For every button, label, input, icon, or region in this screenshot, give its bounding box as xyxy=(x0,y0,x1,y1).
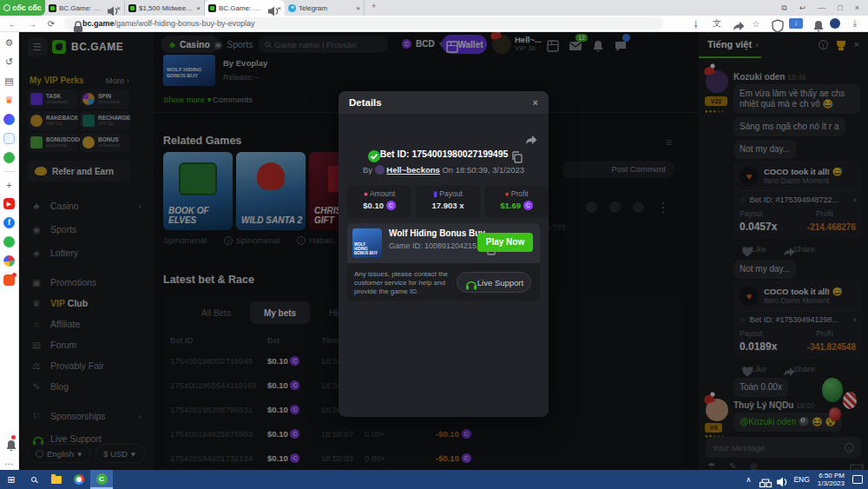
bet-id-row: Bet ID: 1754001980027199495 xyxy=(339,149,549,160)
tab-telegram[interactable]: Telegram× xyxy=(285,0,365,16)
colorful-app-icon[interactable] xyxy=(3,255,15,267)
more-icon[interactable]: … xyxy=(4,456,14,466)
game-thumb: WOLF HIDING BONUS BUY xyxy=(352,228,382,258)
tab-bcgame-2-active[interactable]: BC.Game: Crypto Casino× xyxy=(205,0,285,16)
stat-profit: ● Profit$1.69 xyxy=(484,185,549,218)
maximize-button[interactable]: □ xyxy=(838,3,842,12)
tab-close-icon[interactable]: × xyxy=(277,4,281,12)
close-window-button[interactable]: × xyxy=(855,3,859,12)
adblock-shield-icon[interactable] xyxy=(771,19,780,29)
games-icon[interactable] xyxy=(3,152,15,163)
promo-favicon xyxy=(128,4,136,12)
browser-toolbar: ← → ⟳ bc.game/game/wolf-hiding-bonus-buy… xyxy=(0,16,868,32)
coin-icon xyxy=(386,201,396,210)
modal-title: Details xyxy=(349,97,382,108)
browser-tab-bar: cốc cốc BC.Game: Crypto Casino× $1,500 M… xyxy=(0,0,868,16)
bet-details-modal: Details× Bet ID: 1754001980027199495 By … xyxy=(339,91,549,417)
translate-icon[interactable]: 文 xyxy=(711,17,723,30)
language-indicator[interactable]: ENG xyxy=(793,475,809,484)
chrome-button[interactable] xyxy=(68,470,90,489)
bet-player-row: By Hell~beckons On 18:50:39, 3/1/2023 xyxy=(339,165,549,175)
stat-amount: ● Amount$0.10 xyxy=(347,185,411,218)
chat-app-icon[interactable] xyxy=(3,236,15,248)
notification-bell-icon[interactable] xyxy=(812,19,821,29)
headset-icon xyxy=(464,278,474,287)
coin-icon xyxy=(523,201,533,210)
player-name[interactable]: Hell~beckons xyxy=(386,165,440,175)
undo-close-icon[interactable]: ↩ xyxy=(799,3,806,12)
reload-button[interactable]: ⟳ xyxy=(45,19,57,29)
newsfeed-icon[interactable] xyxy=(3,133,15,144)
play-now-button[interactable]: Play Now xyxy=(477,233,533,252)
volume-icon[interactable] xyxy=(776,475,786,485)
share-icon[interactable] xyxy=(732,19,741,29)
show-hidden-icons[interactable]: ∧ xyxy=(746,475,751,484)
download-icon[interactable]: ⤓ xyxy=(849,18,861,29)
divider xyxy=(4,171,15,172)
add-shortcut-icon[interactable]: + xyxy=(6,180,11,190)
history-icon[interactable]: ↺ xyxy=(5,56,13,68)
tab-audio-icon[interactable] xyxy=(267,4,274,11)
youtube-icon[interactable]: ▶ xyxy=(3,198,15,209)
crown-icon[interactable]: ♛ xyxy=(5,95,14,106)
taskbar-search-button[interactable] xyxy=(23,470,45,489)
tab-evoplay-promo[interactable]: $1,500 Midweek Evoplay Mu...× xyxy=(125,0,205,16)
file-explorer-button[interactable] xyxy=(45,470,68,489)
forward-button[interactable]: → xyxy=(26,19,38,29)
modal-close-icon[interactable]: × xyxy=(533,97,538,108)
support-note: Any issues, please contact the customer … xyxy=(354,270,458,296)
stat-payout: ▮ Payout17.903 x xyxy=(416,185,480,218)
download-tray-icon[interactable]: ⭳ xyxy=(690,19,702,29)
verified-icon xyxy=(367,149,378,160)
download-manager-icon[interactable]: ↓ xyxy=(789,18,803,29)
tab-bcgame-1[interactable]: BC.Game: Crypto Casino× xyxy=(45,0,125,16)
network-icon[interactable] xyxy=(759,475,768,485)
tab-close-icon[interactable]: × xyxy=(196,4,201,12)
coccoc-logo[interactable]: cốc cốc xyxy=(0,0,45,16)
telegram-favicon xyxy=(288,4,296,12)
coccoc-button[interactable]: C xyxy=(90,470,113,489)
live-support-button[interactable]: Live Support xyxy=(457,272,531,293)
back-button[interactable]: ← xyxy=(7,19,19,29)
settings-gear-icon[interactable]: ⚙ xyxy=(5,37,14,49)
bcgame-favicon xyxy=(49,4,56,12)
bookmark-star-icon[interactable]: ☆ xyxy=(750,19,762,29)
share-bet-icon[interactable] xyxy=(524,133,536,145)
bcgame-favicon xyxy=(208,4,216,12)
shopee-cart-icon[interactable] xyxy=(3,274,15,286)
bcgame-page: ☰ BC.GAME My VIP Perks More › TASKunlock… xyxy=(19,32,868,470)
start-button[interactable]: ⊞ xyxy=(0,474,23,486)
lock-icon xyxy=(71,20,79,28)
browser-side-rail: ⚙ ↺ ▤ ♛ + ▶ f … xyxy=(0,32,19,470)
reading-list-icon[interactable]: ▤ xyxy=(4,76,13,87)
address-bar[interactable]: bc.game/game/wolf-hiding-bonus-buy-by-ev… xyxy=(64,17,663,30)
windows-taskbar: ⊞ C ∧ ENG 6:50 PM1/3/2023 xyxy=(0,470,868,489)
messenger-icon[interactable] xyxy=(3,114,15,125)
alerts-bell-icon[interactable] xyxy=(4,437,14,448)
copy-icon[interactable] xyxy=(510,150,520,160)
player-avatar[interactable] xyxy=(375,165,385,175)
minimize-button[interactable]: — xyxy=(818,3,825,12)
tab-audio-icon[interactable] xyxy=(107,4,114,11)
new-tab-button[interactable]: + xyxy=(365,0,383,16)
tab-close-icon[interactable]: × xyxy=(116,4,121,12)
tab-close-icon[interactable]: × xyxy=(356,4,360,12)
action-center-icon[interactable] xyxy=(852,475,863,484)
profile-avatar[interactable] xyxy=(830,18,840,29)
modal-game-card: WOLF HIDING BONUS BUY Wolf Hiding Bonus … xyxy=(347,223,540,263)
taskbar-clock[interactable]: 6:50 PM1/3/2023 xyxy=(818,472,845,487)
screenshot-icon[interactable]: ⧉ xyxy=(781,3,786,13)
modal-note-row: Any issues, please contact the customer … xyxy=(347,263,540,301)
facebook-icon[interactable]: f xyxy=(3,217,15,228)
